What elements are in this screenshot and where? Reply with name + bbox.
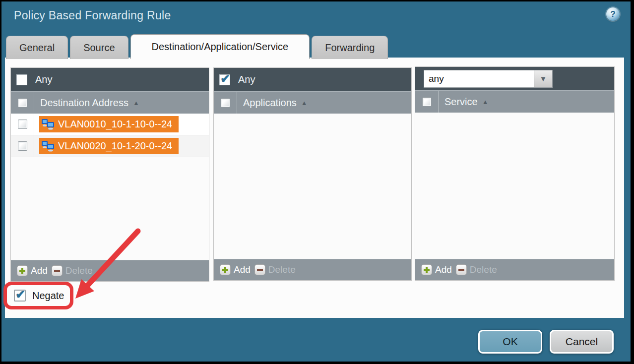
- chevron-down-icon[interactable]: ▼: [534, 70, 553, 88]
- sort-asc-icon[interactable]: ▲: [482, 98, 489, 106]
- cancel-button[interactable]: Cancel: [550, 330, 614, 354]
- row-checkbox[interactable]: [18, 141, 27, 151]
- destination-column-header: Destination Address ▲: [11, 91, 209, 114]
- pbf-rule-dialog: Policy Based Forwarding Rule ? General S…: [0, 0, 634, 364]
- minus-icon: [254, 264, 265, 275]
- table-row[interactable]: VLAN0010_10-1-10-0--24: [11, 114, 209, 135]
- destination-any-header: Any: [11, 68, 209, 91]
- applications-footer: Add Delete: [214, 259, 411, 280]
- applications-any-header: ✔ Any: [214, 68, 411, 91]
- sort-asc-icon[interactable]: ▲: [133, 99, 139, 107]
- table-row[interactable]: VLAN0020_10-1-20-0--24: [11, 135, 209, 157]
- minus-icon: [456, 264, 467, 275]
- service-dropdown[interactable]: any ▼: [424, 70, 553, 88]
- plus-icon: [421, 264, 432, 275]
- add-button[interactable]: Add: [17, 265, 48, 276]
- tab-general[interactable]: General: [6, 36, 68, 59]
- row-checkbox[interactable]: [18, 120, 27, 129]
- destination-any-checkbox[interactable]: [16, 74, 27, 85]
- tab-forwarding[interactable]: Forwarding: [312, 36, 388, 59]
- negate-highlight-box: ✔ Negate: [3, 282, 73, 309]
- network-address-icon: [41, 140, 55, 152]
- applications-panel: ✔ Any Applications ▲ Add: [213, 67, 412, 281]
- minus-icon: [52, 265, 63, 276]
- help-icon[interactable]: ?: [606, 7, 620, 21]
- delete-button[interactable]: Delete: [254, 264, 296, 275]
- applications-any-checkbox[interactable]: ✔: [219, 74, 230, 85]
- address-label: VLAN0020_10-1-20-0--24: [58, 140, 172, 152]
- tab-bar: General Source Destination/Application/S…: [6, 34, 388, 59]
- address-label: VLAN0010_10-1-10-0--24: [58, 119, 172, 130]
- sort-asc-icon[interactable]: ▲: [301, 99, 308, 107]
- delete-button[interactable]: Delete: [52, 265, 93, 276]
- tab-source[interactable]: Source: [70, 36, 128, 59]
- address-chip[interactable]: VLAN0010_10-1-10-0--24: [39, 116, 179, 132]
- network-address-icon: [41, 119, 55, 130]
- applications-list: [214, 114, 411, 259]
- dialog-title: Policy Based Forwarding Rule: [14, 9, 171, 22]
- service-column-label[interactable]: Service: [444, 96, 478, 108]
- destination-any-label: Any: [35, 74, 52, 85]
- destination-column-label[interactable]: Destination Address: [40, 97, 128, 109]
- service-dropdown-header: any ▼: [415, 67, 614, 90]
- add-button[interactable]: Add: [421, 264, 452, 275]
- service-panel: any ▼ Service ▲ Add: [415, 66, 615, 281]
- negate-label: Negate: [32, 290, 64, 302]
- address-chip[interactable]: VLAN0020_10-1-20-0--24: [39, 138, 179, 154]
- plus-icon: [17, 265, 28, 276]
- check-icon: ✔: [220, 72, 230, 86]
- ok-button[interactable]: OK: [478, 330, 542, 354]
- service-footer: Add Delete: [415, 259, 614, 280]
- service-column-header: Service ▲: [415, 90, 614, 113]
- applications-select-all-checkbox[interactable]: [221, 98, 230, 108]
- service-list: [415, 113, 614, 259]
- negate-checkbox[interactable]: ✔: [14, 290, 26, 302]
- destination-select-all-checkbox[interactable]: [18, 98, 27, 108]
- service-dropdown-value[interactable]: any: [424, 70, 534, 88]
- destination-footer: Add Delete: [11, 260, 209, 281]
- check-icon: ✔: [15, 288, 25, 302]
- destination-list: VLAN0010_10-1-10-0--24: [11, 114, 209, 260]
- add-button[interactable]: Add: [220, 264, 251, 275]
- plus-icon: [220, 264, 231, 275]
- service-select-all-checkbox[interactable]: [422, 97, 432, 107]
- dialog-button-bar: OK Cancel: [478, 330, 614, 354]
- tab-destination-application-service[interactable]: Destination/Application/Service: [130, 34, 310, 59]
- applications-column-header: Applications ▲: [214, 91, 411, 114]
- tab-content: Any Destination Address ▲: [5, 58, 624, 318]
- applications-column-label[interactable]: Applications: [243, 97, 297, 109]
- destination-address-panel: Any Destination Address ▲: [10, 67, 209, 282]
- applications-any-label: Any: [238, 74, 255, 85]
- delete-button[interactable]: Delete: [456, 264, 497, 275]
